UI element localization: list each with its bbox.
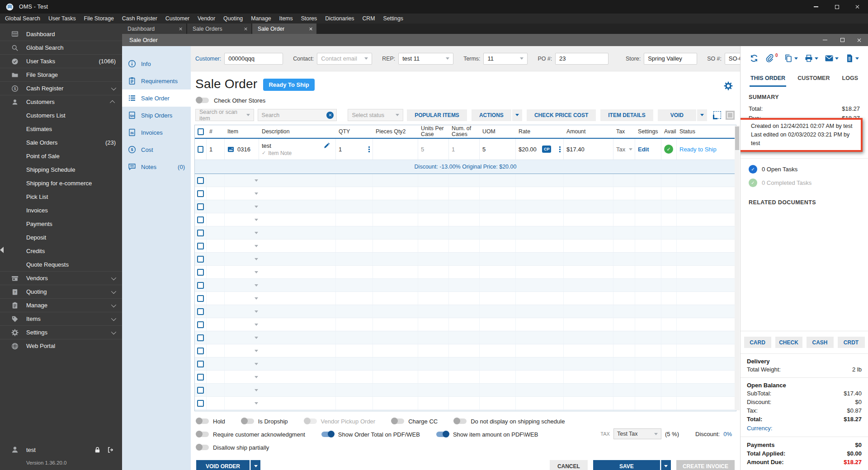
sidebar-item-point-of-sale[interactable]: Point of Sale [0,149,122,163]
nav-item-cost[interactable]: $ Cost [122,141,191,158]
option-toggle[interactable] [196,418,209,424]
sidebar-collapse-icon[interactable] [0,247,4,253]
empty-table-row[interactable] [195,266,736,279]
row-checkbox[interactable] [197,216,204,223]
empty-table-row[interactable] [195,331,736,344]
empty-table-row[interactable] [195,410,736,411]
qty-cell[interactable]: 1 [336,139,373,160]
sidebar-item-vendors[interactable]: Vendors [0,271,122,285]
empty-table-row[interactable] [195,384,736,397]
tab-sale-orders[interactable]: Sale Orders [187,24,251,34]
item-dropdown-icon[interactable] [255,193,258,195]
payment-button[interactable]: CHECK [775,337,802,348]
option-toggle[interactable] [304,418,317,424]
panel-tab-this-order[interactable]: THIS ORDER [750,70,786,87]
empty-table-row[interactable] [195,213,736,226]
row-status-link[interactable]: Ready to Ship [679,146,717,153]
sidebar-item-user-tasks[interactable]: User Tasks (1066) [0,54,122,68]
sidebar-item-pick-list[interactable]: Pick List [0,190,122,203]
copy-dropdown-icon[interactable] [794,57,798,60]
nav-item-requirements[interactable]: Requirements [122,72,191,89]
row-checkbox[interactable] [197,334,204,341]
menu-item[interactable]: Vendor [193,14,219,24]
tax-select[interactable]: Test Tax [613,428,661,439]
uom-cell[interactable]: 5 [480,139,516,160]
cancel-button[interactable]: CANCEL [550,460,588,470]
pieces-qty2-cell[interactable] [373,139,418,160]
row-checkbox[interactable] [197,374,204,381]
sidebar-item-estimates[interactable]: Estimates [0,122,122,136]
empty-table-row[interactable] [195,292,736,305]
row-edit-link[interactable]: Edit [638,146,649,153]
table-scrollbar[interactable] [735,126,740,410]
menu-item[interactable]: Customer [161,14,193,24]
item-dropdown-icon[interactable] [255,232,258,234]
actions-dropdown-icon[interactable] [512,109,522,121]
empty-table-row[interactable] [195,305,736,318]
print-dropdown-icon[interactable] [815,57,818,60]
menu-item[interactable]: Cash Register [118,14,161,24]
empty-table-row[interactable] [195,318,736,331]
logout-icon[interactable] [107,446,114,453]
row-checkbox[interactable] [197,295,204,302]
option-toggle[interactable] [196,432,209,437]
sidebar-item-settings[interactable]: Settings [0,325,122,339]
option-toggle[interactable] [454,418,467,424]
export-button[interactable] [845,54,859,63]
menu-item[interactable]: Settings [379,14,407,24]
empty-table-row[interactable] [195,344,736,357]
tab-close-icon[interactable] [179,27,182,31]
sidebar-item-file-storage[interactable]: File Storage [0,68,122,81]
select-region-icon[interactable] [713,111,721,119]
item-dropdown-icon[interactable] [255,350,258,352]
sidebar-item-quote-requests[interactable]: Quote Requests [0,258,122,271]
row-checkbox[interactable] [197,400,204,407]
item-dropdown-icon[interactable] [255,337,258,339]
print-button[interactable] [804,54,818,63]
option-toggle[interactable] [392,418,404,424]
sidebar-item-customers-list[interactable]: Customers List [0,108,122,122]
status-filter-select[interactable]: Select status [348,109,403,121]
close-button[interactable] [847,0,868,14]
menu-item[interactable]: Global Search [1,14,44,24]
payment-button[interactable]: CARD [744,337,771,348]
grid-layout-icon[interactable] [726,111,735,120]
nav-item-sale-order[interactable]: Sale Order [122,89,191,107]
empty-table-row[interactable] [195,226,736,240]
sidebar-item-manage[interactable]: Manage [0,298,122,312]
minimize-button[interactable] [806,0,826,14]
sidebar-item-shipping-ecommerce[interactable]: Shipping for e-commerce [0,176,122,190]
option-toggle[interactable] [321,432,334,437]
search-input[interactable]: Search [258,109,337,121]
item-note[interactable]: ✓ Item Note [262,150,292,156]
panel-tab-logs[interactable]: LOGS [841,70,859,87]
row-checkbox[interactable] [197,282,204,289]
email-button[interactable] [825,54,839,63]
panel-tab-customer[interactable]: CUSTOMER [797,70,830,87]
row-checkbox[interactable] [197,243,204,249]
empty-table-row[interactable] [195,200,736,213]
maximize-button[interactable] [826,0,847,14]
row-checkbox[interactable] [197,203,204,210]
sidebar-item-cash-register[interactable]: $ Cash Register [0,81,122,95]
sidebar-item-web-portal[interactable]: Web Portal [0,339,122,352]
tab-close-icon[interactable] [309,27,312,31]
row-checkbox[interactable] [197,177,204,184]
rep-select[interactable]: test 11 [398,53,453,65]
tab-close-icon[interactable] [244,27,247,31]
rate-cell[interactable]: $20.00 CP [516,139,564,160]
export-dropdown-icon[interactable] [855,57,859,60]
menu-item[interactable]: User Tasks [44,14,80,24]
sidebar-item-dashboard[interactable]: Dashboard [0,27,122,41]
create-invoice-button[interactable]: CREATE INVOICE [676,460,735,470]
store-input[interactable]: Spring Valley [644,53,697,65]
inner-minimize-button[interactable] [816,34,834,46]
qty-menu-icon[interactable] [368,146,370,152]
menu-item[interactable]: Manage [247,14,275,24]
sidebar-item-quoting[interactable]: ? Quoting [0,285,122,298]
terms-select[interactable]: 11 [483,53,528,65]
customer-input[interactable]: 00000qqq [224,53,283,65]
customer-label[interactable]: Customer: [195,56,221,62]
save-button[interactable]: SAVE [593,460,660,470]
select-all-checkbox[interactable] [198,128,204,135]
